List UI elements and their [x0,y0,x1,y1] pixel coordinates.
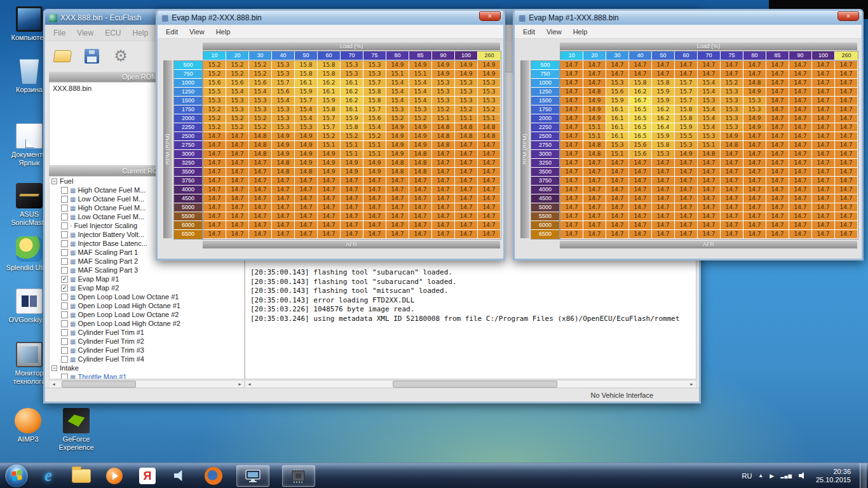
checkbox[interactable] [61,338,68,345]
map-cell[interactable]: 15.9 [606,97,629,105]
rpm-header-cell[interactable]: 2500 [531,132,559,141]
map-cell[interactable]: 15.7 [363,79,386,88]
rpm-header-cell[interactable]: 6500 [531,230,559,239]
map-cell[interactable]: 14.7 [560,141,583,150]
map-cell[interactable]: 14.7 [318,186,341,194]
map-cell[interactable]: 14.7 [583,159,606,168]
map-cell[interactable]: 14.7 [789,79,812,88]
scroll-thumb[interactable] [62,381,137,388]
tree-item[interactable]: ▦Open Loop Load Low Octane #1 [50,292,244,301]
map-cell[interactable]: 14.8 [249,141,272,150]
yandex-browser-icon[interactable]: Я [137,465,158,487]
map-cell[interactable]: 14.9 [386,123,409,132]
map-cell[interactable]: 14.7 [698,159,721,168]
checkbox[interactable] [61,249,68,256]
map-cell[interactable]: 14.7 [812,61,835,70]
map-cell[interactable]: 14.7 [560,123,583,132]
map-cell[interactable]: 15.4 [698,88,721,97]
rpm-header-cell[interactable]: 750 [174,70,202,79]
map-cell[interactable]: 15.8 [363,97,386,105]
map-cell[interactable]: 14.7 [835,114,858,123]
load-header-cell[interactable]: 60 [318,51,341,60]
map-cell[interactable]: 15.2 [386,114,409,123]
map-cell[interactable]: 15.9 [295,88,318,97]
close-button[interactable]: × [479,11,501,21]
map-cell[interactable]: 14.8 [478,132,501,141]
map-cell[interactable]: 15.3 [203,97,226,105]
map-cell[interactable]: 14.7 [249,221,272,230]
map-cell[interactable]: 14.7 [606,212,629,221]
map-cell[interactable]: 14.7 [629,230,652,239]
map-cell[interactable]: 15.3 [432,79,455,88]
tray-volume-icon[interactable] [799,472,807,479]
tree-item[interactable]: ✓▦Evap Map #1 [50,274,244,283]
map-cell[interactable]: 14.7 [835,168,858,177]
tree-item[interactable]: ▦Open Loop Load Low Octane #2 [50,310,244,319]
map-cell[interactable]: 15.1 [409,70,432,79]
rpm-header-cell[interactable]: 2750 [531,141,559,150]
map-cell[interactable]: 14.7 [743,177,766,186]
map-cell[interactable]: 14.7 [812,123,835,132]
map-cell[interactable]: 14.8 [432,132,455,141]
rpm-header-cell[interactable]: 3250 [174,159,202,168]
map-cell[interactable]: 14.7 [789,88,812,97]
map-cell[interactable]: 14.7 [226,194,249,203]
map-cell[interactable]: 14.7 [789,203,812,212]
map-cell[interactable]: 14.7 [629,159,652,168]
map-cell[interactable]: 15.3 [272,105,295,114]
open-rom-button[interactable] [50,44,74,68]
map-cell[interactable]: 15.4 [386,97,409,105]
map-cell[interactable]: 14.7 [478,159,501,168]
map-cell[interactable]: 14.7 [363,212,386,221]
map-cell[interactable]: 15.1 [478,114,501,123]
map-cell[interactable]: 14.7 [560,177,583,186]
tree-item[interactable]: ▦Cylinder Fuel Trim #4 [50,355,244,363]
map-cell[interactable]: 14.7 [812,221,835,230]
rpm-header-cell[interactable]: 5000 [531,203,559,212]
rpm-header-cell[interactable]: 2250 [531,123,559,132]
map-cell[interactable]: 14.9 [583,105,606,114]
map-cell[interactable]: 14.7 [583,194,606,203]
map-cell[interactable]: 15.8 [295,70,318,79]
map-cell[interactable]: 14.7 [835,230,858,239]
map-cell[interactable]: 14.7 [698,203,721,212]
map-cell[interactable]: 14.7 [455,194,478,203]
map-cell[interactable]: 14.9 [318,159,341,168]
map-cell[interactable]: 14.7 [789,141,812,150]
load-header-cell[interactable]: 85 [409,51,432,60]
map-cell[interactable]: 15.9 [652,97,675,105]
map-cell[interactable]: 15.2 [203,105,226,114]
map-cell[interactable]: 15.1 [583,123,606,132]
map-cell[interactable]: 14.7 [203,221,226,230]
rpm-header-cell[interactable]: 4500 [531,194,559,203]
map-cell[interactable]: 14.7 [812,105,835,114]
map-cell[interactable]: 14.9 [743,123,766,132]
map-cell[interactable]: 15.3 [272,114,295,123]
map-cell[interactable]: 14.7 [835,70,858,79]
map-cell[interactable]: 14.7 [743,230,766,239]
map-cell[interactable]: 14.7 [560,114,583,123]
map-cell[interactable]: 14.7 [812,177,835,186]
load-header-cell[interactable]: 260 [835,51,858,60]
map-cell[interactable]: 14.7 [743,159,766,168]
map-cell[interactable]: 15.1 [341,141,363,150]
map-cell[interactable]: 14.7 [675,70,698,79]
load-header-cell[interactable]: 30 [606,51,629,60]
map-cell[interactable]: 15.3 [409,105,432,114]
checkbox[interactable] [61,267,68,274]
map-cell[interactable]: 14.7 [766,97,789,105]
map-cell[interactable]: 15.3 [652,150,675,159]
map-cell[interactable]: 14.7 [560,105,583,114]
map-cell[interactable]: 15.8 [675,105,698,114]
map-cell[interactable]: 15.7 [675,88,698,97]
map-cell[interactable]: 14.9 [432,70,455,79]
map-cell[interactable]: 14.7 [766,88,789,97]
map-cell[interactable]: 14.7 [743,61,766,70]
map-cell[interactable]: 14.7 [743,221,766,230]
map-cell[interactable]: 14.9 [363,159,386,168]
map-cell[interactable]: 15.4 [249,88,272,97]
map-cell[interactable]: 15.9 [652,88,675,97]
map-cell[interactable]: 14.7 [203,150,226,159]
map-cell[interactable]: 15.4 [386,79,409,88]
map-cell[interactable]: 14.7 [698,186,721,194]
